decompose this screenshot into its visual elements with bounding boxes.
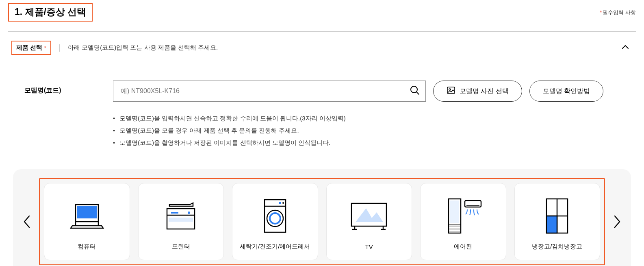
- section-label-box: 제품 선택 *: [11, 41, 51, 55]
- chevron-up-icon[interactable]: [621, 43, 629, 53]
- category-label: 냉장고/김치냉장고: [532, 243, 582, 251]
- svg-rect-5: [77, 206, 97, 218]
- help-item: 모델명(코드)을 촬영하거나 저장된 이미지를 선택하시면 모델명이 인식됩니다…: [113, 137, 620, 149]
- section-header[interactable]: 제품 선택 * 아래 모델명(코드)입력 또는 사용 제품을 선택해 주세요.: [8, 32, 636, 64]
- model-check-button-label: 모델명 확인방법: [543, 87, 590, 96]
- svg-line-1: [416, 92, 419, 94]
- category-label: TV: [365, 243, 373, 250]
- category-label: 프린터: [172, 243, 190, 251]
- divider: [59, 44, 60, 52]
- category-card-computer[interactable]: 컴퓨터: [44, 183, 130, 260]
- washer-icon: [260, 196, 290, 236]
- tv-icon: [348, 196, 390, 237]
- section-desc: 아래 모델명(코드)입력 또는 사용 제품을 선택해 주세요.: [68, 44, 218, 52]
- help-item: 모델명(코드)을 입력하시면 신속하고 정확한 수리에 도움이 됩니다.(3자리…: [113, 112, 620, 124]
- aircon-icon: [443, 196, 484, 236]
- printer-icon: [161, 196, 200, 236]
- category-cards-row: 컴퓨터 프린터: [39, 178, 605, 265]
- svg-point-16: [279, 202, 281, 204]
- search-icon[interactable]: [410, 85, 420, 97]
- required-note: *필수입력 사항: [600, 9, 636, 16]
- section-label: 제품 선택: [16, 44, 42, 52]
- fridge-icon: [542, 196, 572, 236]
- svg-rect-27: [450, 201, 459, 223]
- step-title: 1. 제품/증상 선택: [8, 3, 93, 22]
- category-card-washer[interactable]: 세탁기/건조기/에어드레서: [232, 183, 318, 260]
- help-item: 모델명(코드)을 모를 경우 아래 제품 선택 후 문의를 진행해 주세요.: [113, 124, 620, 137]
- chevron-right-icon: [612, 214, 622, 229]
- svg-point-11: [188, 211, 190, 214]
- photo-icon: [447, 86, 455, 96]
- svg-point-19: [270, 213, 280, 224]
- model-photo-button-label: 모델명 사진 선택: [460, 87, 509, 96]
- model-check-button[interactable]: 모델명 확인방법: [529, 81, 603, 102]
- category-card-aircon[interactable]: 에어컨: [420, 183, 506, 260]
- carousel-next-button[interactable]: [608, 213, 626, 231]
- asterisk-icon: *: [44, 44, 46, 51]
- asterisk-icon: *: [600, 9, 602, 15]
- svg-point-3: [449, 89, 451, 90]
- svg-rect-10: [171, 212, 178, 214]
- required-note-text: 필수입력 사항: [603, 9, 636, 15]
- svg-rect-34: [546, 216, 557, 233]
- category-label: 에어컨: [454, 243, 472, 251]
- carousel-prev-button[interactable]: [18, 213, 36, 231]
- category-card-tv[interactable]: TV: [326, 183, 412, 260]
- category-carousel: 컴퓨터 프린터: [13, 169, 631, 266]
- model-photo-button[interactable]: 모델명 사진 선택: [433, 81, 522, 102]
- laptop-icon: [68, 196, 106, 236]
- svg-marker-21: [356, 208, 383, 222]
- category-label: 세탁기/건조기/에어드레서: [240, 243, 310, 251]
- category-card-printer[interactable]: 프린터: [138, 183, 224, 260]
- category-card-fridge[interactable]: 냉장고/김치냉장고: [514, 183, 601, 260]
- svg-point-17: [282, 202, 284, 204]
- help-list: 모델명(코드)을 입력하시면 신속하고 정확한 수리에 도움이 됩니다.(3자리…: [113, 112, 620, 149]
- model-label: 모델명(코드): [24, 81, 106, 95]
- model-input[interactable]: [113, 81, 426, 102]
- category-label: 컴퓨터: [78, 243, 96, 251]
- svg-rect-29: [465, 201, 481, 207]
- chevron-left-icon: [22, 214, 32, 229]
- svg-rect-13: [169, 218, 193, 222]
